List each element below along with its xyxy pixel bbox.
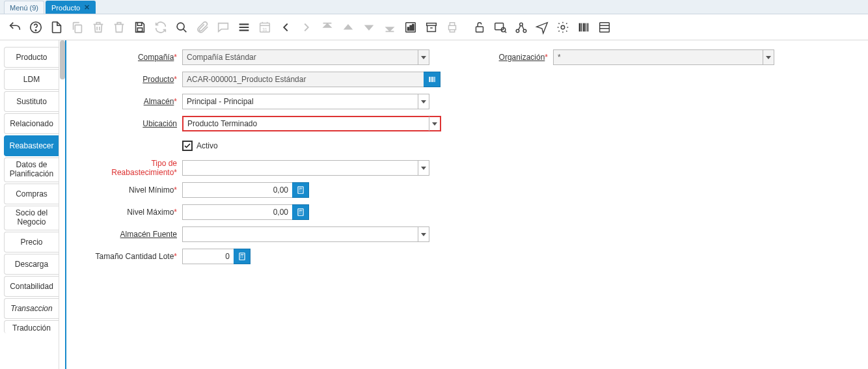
process-icon[interactable] bbox=[553, 18, 573, 37]
print-icon bbox=[442, 18, 462, 37]
subtab-producto[interactable]: Producto bbox=[4, 47, 59, 68]
close-icon[interactable]: ✕ bbox=[84, 3, 90, 12]
label-activo: Activo bbox=[197, 141, 218, 150]
dropdown-icon[interactable] bbox=[418, 227, 428, 241]
svg-point-18 bbox=[523, 29, 526, 33]
archive-icon[interactable] bbox=[422, 18, 441, 37]
subtab-socio-negocio[interactable]: Socio del Negocio bbox=[4, 206, 59, 230]
subtab-precio[interactable]: Precio bbox=[4, 232, 59, 253]
svg-rect-11 bbox=[427, 23, 437, 25]
form-panel: Compañía* Compañía Estándar Producto* AC… bbox=[72, 40, 868, 369]
main-area: Producto LDM Sustituto Relacionado Reaba… bbox=[0, 40, 868, 369]
subtab-contabilidad[interactable]: Contabilidad bbox=[4, 276, 59, 297]
label-ubicacion: Ubicación bbox=[85, 119, 182, 128]
calc-nivel-maximo-button[interactable] bbox=[292, 204, 309, 220]
field-almacen-value: Principal - Principal bbox=[187, 97, 254, 106]
help-icon[interactable] bbox=[26, 18, 46, 37]
subtab-compras[interactable]: Compras bbox=[4, 184, 59, 204]
svg-rect-21 bbox=[581, 23, 582, 31]
svg-rect-14 bbox=[495, 23, 504, 29]
last-record-icon bbox=[380, 18, 400, 37]
dropdown-icon[interactable] bbox=[429, 116, 439, 131]
request-icon[interactable] bbox=[532, 18, 552, 37]
label-almacen: Almacén* bbox=[85, 97, 182, 106]
workflow-icon[interactable] bbox=[511, 18, 531, 37]
calc-nivel-minimo-button[interactable] bbox=[292, 182, 309, 198]
subtab-descarga[interactable]: Descarga bbox=[4, 254, 59, 275]
field-organizacion[interactable]: * bbox=[553, 49, 774, 65]
subtab-relacionado[interactable]: Relacionado bbox=[4, 113, 59, 134]
field-nivel-minimo[interactable] bbox=[182, 182, 293, 198]
svg-rect-9 bbox=[410, 25, 411, 30]
field-tam-lote[interactable] bbox=[182, 249, 234, 264]
field-almacen-fuente[interactable] bbox=[182, 226, 429, 242]
label-producto: Producto* bbox=[85, 75, 182, 84]
dropdown-icon[interactable] bbox=[418, 50, 428, 64]
dropdown-icon[interactable] bbox=[418, 94, 428, 109]
svg-point-17 bbox=[520, 23, 523, 26]
attachment-icon bbox=[193, 18, 212, 37]
label-nivel-maximo: Nivel Máximo* bbox=[85, 208, 182, 217]
field-producto[interactable]: ACAR-000001_Producto Estándar bbox=[182, 72, 424, 87]
field-producto-value: ACAR-000001_Producto Estándar bbox=[187, 75, 306, 84]
subtab-traduccion[interactable]: Traducción bbox=[4, 320, 59, 333]
checkbox-activo[interactable] bbox=[182, 141, 193, 151]
undo-icon[interactable] bbox=[5, 18, 25, 37]
field-ubicacion[interactable]: Producto Terminado bbox=[182, 116, 441, 131]
label-nivel-minimo: Nivel Mínimo* bbox=[85, 185, 182, 195]
zoom-across-icon[interactable] bbox=[491, 18, 510, 37]
side-scrollbar[interactable] bbox=[59, 40, 65, 369]
field-compania[interactable]: Compañía Estándar bbox=[182, 49, 429, 65]
next-record-icon bbox=[359, 18, 379, 37]
label-compania: Compañía* bbox=[85, 53, 182, 62]
window-tabstrip: Menú (9) Producto ✕ bbox=[0, 0, 868, 14]
subtab-transaccion[interactable]: Transaccion bbox=[4, 298, 59, 319]
side-scrollbar-thumb[interactable] bbox=[60, 40, 65, 79]
label-almacen-fuente: Almacén Fuente bbox=[85, 230, 182, 239]
svg-rect-25 bbox=[600, 22, 610, 32]
subtab-sustituto[interactable]: Sustituto bbox=[4, 91, 59, 112]
svg-rect-2 bbox=[75, 25, 81, 33]
parent-record-icon[interactable] bbox=[276, 18, 295, 37]
lock-icon[interactable] bbox=[470, 18, 489, 37]
svg-rect-30 bbox=[434, 77, 435, 82]
quick-form-icon[interactable] bbox=[595, 18, 614, 37]
field-almacen[interactable]: Principal - Principal bbox=[182, 94, 429, 109]
main-toolbar: 31 bbox=[0, 14, 868, 40]
svg-rect-24 bbox=[588, 23, 589, 31]
svg-rect-12 bbox=[449, 25, 456, 29]
product-lookup-button[interactable] bbox=[424, 72, 441, 87]
svg-rect-27 bbox=[430, 77, 431, 82]
label-tam-lote: Tamaño Cantidad Lote* bbox=[85, 252, 182, 261]
calc-tam-lote-button[interactable] bbox=[234, 249, 251, 264]
app-tab-menu[interactable]: Menú (9) bbox=[4, 1, 44, 14]
product-info-icon[interactable] bbox=[574, 18, 593, 37]
app-tab-producto[interactable]: Producto ✕ bbox=[46, 1, 96, 14]
dropdown-icon[interactable] bbox=[418, 161, 428, 175]
field-organizacion-value: * bbox=[558, 53, 561, 62]
delete-icon bbox=[88, 18, 108, 37]
previous-record-icon bbox=[338, 18, 358, 37]
history-records-icon: 31 bbox=[255, 18, 275, 37]
subtab-reabastecer[interactable]: Reabastecer bbox=[4, 135, 59, 156]
field-ubicacion-value: Producto Terminado bbox=[187, 119, 257, 128]
side-tabs: Producto LDM Sustituto Relacionado Reaba… bbox=[0, 40, 65, 369]
label-organizacion: Organización* bbox=[488, 53, 553, 62]
label-tipo-reabastecimiento: Tipo de Reabastecimiento* bbox=[85, 159, 182, 177]
save-icon[interactable] bbox=[130, 18, 150, 37]
subtab-ldm[interactable]: LDM bbox=[4, 69, 59, 90]
svg-rect-29 bbox=[433, 77, 433, 82]
report-icon[interactable] bbox=[401, 18, 420, 37]
svg-text:31: 31 bbox=[262, 27, 267, 31]
copy-record-icon bbox=[68, 18, 87, 37]
dropdown-icon[interactable] bbox=[763, 50, 773, 64]
app-tab-producto-label: Producto bbox=[51, 4, 80, 12]
field-tipo-reabastecimiento[interactable] bbox=[182, 160, 429, 176]
field-nivel-maximo[interactable] bbox=[182, 204, 293, 220]
find-icon[interactable] bbox=[172, 18, 191, 37]
tab-separator bbox=[65, 40, 72, 369]
svg-rect-10 bbox=[413, 24, 414, 30]
new-record-icon[interactable] bbox=[47, 18, 66, 37]
toggle-multirow-icon[interactable] bbox=[234, 18, 254, 37]
subtab-datos-planificacion[interactable]: Datos de Planificación bbox=[4, 157, 59, 182]
